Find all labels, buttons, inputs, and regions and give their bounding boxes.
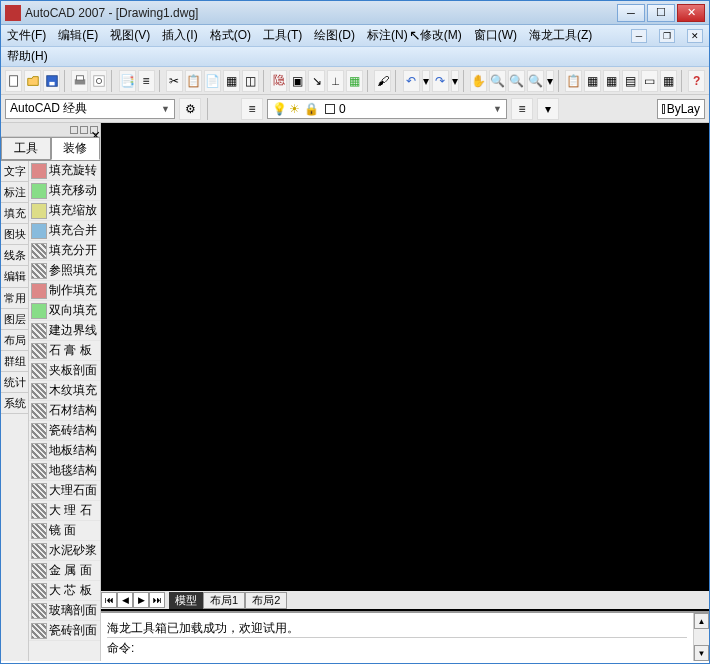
undo-drop[interactable]: ▾ bbox=[422, 70, 430, 92]
doc-restore-button[interactable]: ❐ bbox=[659, 29, 675, 43]
workspace-settings-button[interactable]: ⚙ bbox=[179, 98, 201, 120]
layer-drop-button[interactable]: ▾ bbox=[537, 98, 559, 120]
tab-prev-button[interactable]: ◀ bbox=[117, 592, 133, 608]
category-2[interactable]: 填充 bbox=[1, 203, 28, 224]
palette-item-19[interactable]: 水泥砂浆 bbox=[29, 541, 100, 561]
zoom-win-button[interactable]: 🔍 bbox=[527, 70, 544, 92]
palette-item-22[interactable]: 玻璃剖面 bbox=[29, 601, 100, 621]
palette-item-8[interactable]: 建边界线 bbox=[29, 321, 100, 341]
layer-manager-button[interactable]: ≡ bbox=[241, 98, 263, 120]
zoom-drop[interactable]: ▾ bbox=[546, 70, 554, 92]
palette-item-18[interactable]: 镜 面 bbox=[29, 521, 100, 541]
scroll-up-button[interactable]: ▲ bbox=[694, 613, 709, 629]
palette-item-9[interactable]: 石 膏 板 bbox=[29, 341, 100, 361]
menu-window[interactable]: 窗口(W) bbox=[474, 27, 517, 44]
command-input[interactable]: 命令: bbox=[107, 637, 687, 657]
palette-item-16[interactable]: 大理石面 bbox=[29, 481, 100, 501]
close-button[interactable]: ✕ bbox=[677, 4, 705, 22]
copy-button[interactable]: 📋 bbox=[185, 70, 202, 92]
layout2-tab[interactable]: 布局2 bbox=[245, 592, 287, 609]
model-tab[interactable]: 模型 bbox=[169, 592, 203, 609]
cut-button[interactable]: ✂ bbox=[166, 70, 183, 92]
layout1-tab[interactable]: 布局1 bbox=[203, 592, 245, 609]
tool-palette-button[interactable]: ▦ bbox=[603, 70, 620, 92]
palette-item-10[interactable]: 夹板剖面 bbox=[29, 361, 100, 381]
palette-opt1[interactable] bbox=[70, 126, 78, 134]
ref-button[interactable]: ▣ bbox=[289, 70, 306, 92]
menu-help[interactable]: 帮助(H) bbox=[7, 48, 48, 65]
print-button[interactable] bbox=[71, 70, 88, 92]
tab-first-button[interactable]: ⏮ bbox=[101, 592, 117, 608]
check-button[interactable]: ▦ bbox=[346, 70, 363, 92]
pan-button[interactable]: ✋ bbox=[470, 70, 487, 92]
category-9[interactable]: 群组 bbox=[1, 351, 28, 372]
category-1[interactable]: 标注 bbox=[1, 182, 28, 203]
match-button[interactable]: ▦ bbox=[223, 70, 240, 92]
menu-insert[interactable]: 插入(I) bbox=[162, 27, 197, 44]
bylayer-combo[interactable]: ByLay bbox=[657, 99, 705, 119]
palette-item-4[interactable]: 填充分开 bbox=[29, 241, 100, 261]
palette-item-20[interactable]: 金 属 面 bbox=[29, 561, 100, 581]
dim-button[interactable]: ⟂ bbox=[327, 70, 344, 92]
palette-item-7[interactable]: 双向填充 bbox=[29, 301, 100, 321]
category-4[interactable]: 线条 bbox=[1, 245, 28, 266]
zoom-rt-button[interactable]: 🔍 bbox=[489, 70, 506, 92]
palette-item-11[interactable]: 木纹填充 bbox=[29, 381, 100, 401]
palette-item-1[interactable]: 填充移动 bbox=[29, 181, 100, 201]
palette-item-3[interactable]: 填充合并 bbox=[29, 221, 100, 241]
palette-opt2[interactable] bbox=[80, 126, 88, 134]
palette-item-15[interactable]: 地毯结构 bbox=[29, 461, 100, 481]
brush-button[interactable]: 🖌 bbox=[374, 70, 391, 92]
properties-button[interactable]: 📋 bbox=[565, 70, 582, 92]
palette-item-17[interactable]: 大 理 石 bbox=[29, 501, 100, 521]
menu-tools[interactable]: 工具(T) bbox=[263, 27, 302, 44]
minimize-button[interactable]: ─ bbox=[617, 4, 645, 22]
menu-draw[interactable]: 绘图(D) bbox=[314, 27, 355, 44]
menu-view[interactable]: 视图(V) bbox=[110, 27, 150, 44]
doc-close-button[interactable]: ✕ bbox=[687, 29, 703, 43]
preview-button[interactable] bbox=[90, 70, 107, 92]
palette-tab-decor[interactable]: 装修 bbox=[51, 137, 101, 160]
redo-button[interactable]: ↷ bbox=[432, 70, 449, 92]
workspace-combo[interactable]: AutoCAD 经典 ▼ bbox=[5, 99, 175, 119]
block-button[interactable]: ◫ bbox=[242, 70, 259, 92]
palette-item-12[interactable]: 石材结构 bbox=[29, 401, 100, 421]
publish-button[interactable]: 📑 bbox=[119, 70, 136, 92]
help-button[interactable]: ? bbox=[688, 70, 705, 92]
layers-button[interactable]: ≡ bbox=[138, 70, 155, 92]
palette-tab-tools[interactable]: 工具 bbox=[1, 137, 51, 160]
menu-format[interactable]: 格式(O) bbox=[210, 27, 251, 44]
palette-item-21[interactable]: 大 芯 板 bbox=[29, 581, 100, 601]
arrow-button[interactable]: ↘ bbox=[308, 70, 325, 92]
palette-item-5[interactable]: 参照填充 bbox=[29, 261, 100, 281]
category-6[interactable]: 常用 bbox=[1, 288, 28, 309]
doc-minimize-button[interactable]: ─ bbox=[631, 29, 647, 43]
drawing-canvas[interactable] bbox=[101, 123, 709, 591]
category-0[interactable]: 文字 bbox=[1, 161, 28, 182]
category-7[interactable]: 图层 bbox=[1, 309, 28, 330]
layer-combo[interactable]: 💡 ☀ 🔒 0 ▼ bbox=[267, 99, 507, 119]
open-button[interactable] bbox=[24, 70, 41, 92]
undo-button[interactable]: ↶ bbox=[403, 70, 420, 92]
category-10[interactable]: 统计 bbox=[1, 372, 28, 393]
category-5[interactable]: 编辑 bbox=[1, 266, 28, 287]
palette-close[interactable]: × bbox=[90, 126, 98, 134]
command-scrollbar[interactable]: ▲ ▼ bbox=[693, 613, 709, 661]
palette-item-13[interactable]: 瓷砖结构 bbox=[29, 421, 100, 441]
tab-last-button[interactable]: ⏭ bbox=[149, 592, 165, 608]
maximize-button[interactable]: ☐ bbox=[647, 4, 675, 22]
calc-button[interactable]: ▦ bbox=[660, 70, 677, 92]
hide-button[interactable]: 隐 bbox=[270, 70, 287, 92]
layer-prev-button[interactable]: ≡ bbox=[511, 98, 533, 120]
category-3[interactable]: 图块 bbox=[1, 224, 28, 245]
markup-button[interactable]: ▭ bbox=[641, 70, 658, 92]
new-button[interactable] bbox=[5, 70, 22, 92]
save-button[interactable] bbox=[43, 70, 60, 92]
palette-item-0[interactable]: 填充旋转 bbox=[29, 161, 100, 181]
design-center-button[interactable]: ▦ bbox=[584, 70, 601, 92]
palette-item-6[interactable]: 制作填充 bbox=[29, 281, 100, 301]
category-11[interactable]: 系统 bbox=[1, 393, 28, 414]
menu-file[interactable]: 文件(F) bbox=[7, 27, 46, 44]
sheet-button[interactable]: ▤ bbox=[622, 70, 639, 92]
palette-item-23[interactable]: 瓷砖剖面 bbox=[29, 621, 100, 641]
